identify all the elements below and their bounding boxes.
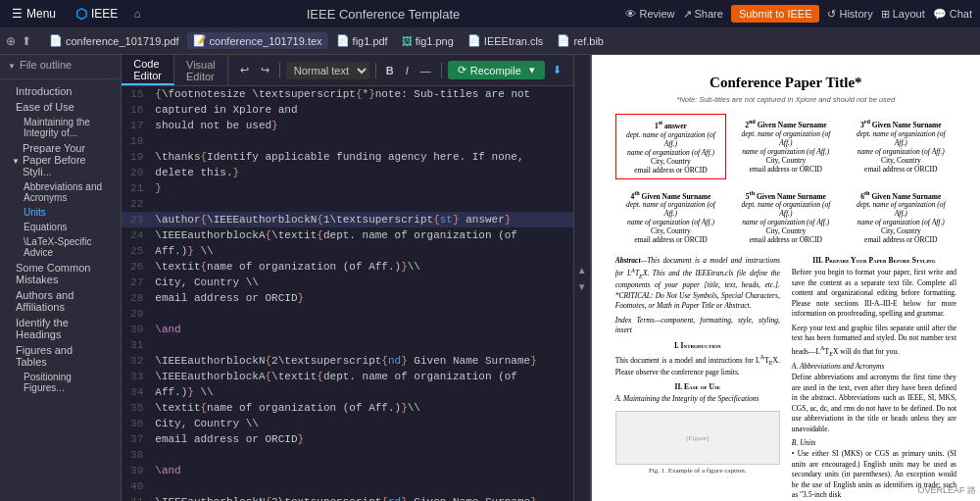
section1-title: I. Introduction [615,341,780,350]
review-button[interactable]: 👁 Review [625,8,674,20]
outline-item-latex[interactable]: \LaTeX-Specific Advice [0,234,121,260]
file-tab-fig1pdf[interactable]: 📄 fig1.pdf [330,32,394,49]
author2-city: City, Country [734,156,837,165]
editor-area: Code Editor Visual Editor ↩ ↪ Normal tex… [122,55,573,501]
submit-button[interactable]: Submit to IEEE [731,5,820,23]
intro-text: This document is a model and instruction… [615,353,780,377]
tab-code-editor[interactable]: Code Editor [122,55,174,85]
prepare-expand-icon [12,154,20,166]
italic-button[interactable]: I [402,63,413,78]
code-line-29: 29 [122,306,573,322]
recompile-button[interactable]: ⟳ Recompile ▾ [448,61,545,79]
file-tab-fig1png[interactable]: 🖼 fig1.png [396,33,460,49]
pdf2-icon: 📄 [336,34,350,47]
history-button[interactable]: ↺ History [827,8,872,21]
code-line-19: 19 \thanks{Identify applicable funding a… [122,149,573,165]
code-line-34: 34 Aff.)} \\ [122,384,573,400]
author4-org: name of organization (of Aff.) [619,218,722,226]
left-column: Abstract—This document is a model and in… [615,256,780,501]
outline-section-prepare[interactable]: Prepare Your Paper Before Styli... [0,140,121,179]
author6-city: City, Country [850,226,953,235]
outline-item-authors[interactable]: Authors and Affiliations [0,287,121,315]
author2-name: 2nd Given Name Surname [734,118,837,129]
outline-item-mistakes[interactable]: Some Common Mistakes [0,260,121,287]
chat-button[interactable]: 💬 Chat [933,8,972,21]
menu-button[interactable]: ☰ Menu [8,7,60,21]
recompile-label: Recompile [470,65,521,76]
file-outline-header[interactable]: File outline [0,55,121,75]
outline-item-integrity[interactable]: Maintaining the Integrity of... [0,115,121,140]
text-style-select[interactable]: Normal text [286,62,369,79]
subsection-2a-title: A. Maintaining the Integrity of the Spec… [615,394,780,403]
author1-contact: email address or ORCID [620,166,721,175]
scroll-down-arrow[interactable]: ▼ [574,278,590,295]
authors-row1: 1st answer dept. name of organization (o… [615,114,956,179]
bib-icon: 📄 [557,34,570,47]
code-line-17: 17 should not be used} [122,118,573,133]
code-line-20: 20 delete this.} [122,165,573,180]
upload-icon[interactable]: ⬆ [22,34,31,48]
author3-dept: dept. name of organization (of Aff.) [850,129,953,147]
preview-content[interactable]: Conference Paper Title* *Note: Sub-title… [592,55,980,501]
share-button[interactable]: ↗ Share [683,8,723,21]
bold-button[interactable]: B [382,63,398,78]
author1-name: 1st answer [620,119,721,130]
more-format-button[interactable]: — [416,63,435,78]
author-cell-4: 4th Given Name Surname dept. name of org… [615,185,726,249]
watermark: OVERLEAF 路 [917,484,976,497]
outline-item-units[interactable]: Units [0,205,121,220]
toolbar-separator-3 [441,63,442,78]
author5-org: name of organization (of Aff.) [734,218,837,226]
hamburger-icon: ☰ [12,7,23,21]
code-line-25: 25 Aff.)} \\ [122,243,573,259]
tex-icon: 📝 [193,34,207,47]
code-line-22: 22 [122,196,573,212]
author2-dept: dept. name of organization (of Aff.) [734,129,837,147]
download-button[interactable]: ⬇ [549,62,565,78]
recompile-icon: ⟳ [458,64,466,76]
home-icon[interactable]: ⌂ [133,7,140,21]
author-cell-3: 3rd Given Name Surname dept. name of org… [846,114,956,179]
outline-item-equations[interactable]: Equations [0,220,121,234]
tab-visual-editor[interactable]: Visual Editor [174,55,228,85]
file-tab-pdf[interactable]: 📄 conference_101719.pdf [43,32,185,49]
code-line-15: 15 {\footnotesize \textsuperscript{*}not… [122,86,573,102]
abbrev-text: Define abbreviations and acronyms the fi… [792,373,956,434]
scroll-up-arrow[interactable]: ▲ [574,262,590,278]
code-line-39: 39 \and [122,463,573,478]
outline-item-positioning[interactable]: Positioning Figures... [0,370,121,395]
redo-button[interactable]: ↪ [257,62,273,78]
recompile-dropdown-icon[interactable]: ▾ [529,64,535,76]
code-line-27: 27 City, Country \\ [122,275,573,290]
code-line-30: 30 \and [122,322,573,337]
outline-list: Introduction Ease of Use Maintaining the… [0,83,121,501]
layout-button[interactable]: ⊞ Layout [881,8,925,21]
brand-logo: ⬡ IEEE [72,6,122,22]
author1-city: City, Country [620,157,721,166]
editor-tabs: Code Editor Visual Editor ↩ ↪ Normal tex… [122,55,573,86]
author-cell-6: 6th Given Name Surname dept. name of org… [846,185,956,249]
file-tab-cls[interactable]: 📄 IEEEtran.cls [462,32,550,49]
code-line-24: 24 \IEEEauthorblockA{\textit{dept. name … [122,227,573,243]
review-icon: 👁 [625,8,636,20]
code-line-31: 31 [122,337,573,353]
code-line-32: 32 \IEEEauthorblockN{2\textsuperscript{n… [122,353,573,369]
outline-item-introduction[interactable]: Introduction [0,83,121,99]
file-tab-bib[interactable]: 📄 ref.bib [551,32,610,49]
brand-name: IEEE [91,7,118,21]
outline-item-figures[interactable]: Figures and Tables [0,342,121,370]
outline-item-abbreviations[interactable]: Abbreviations and Acronyms [0,179,121,205]
index-terms: Index Terms—component, formatting, style… [615,316,780,336]
author5-name: 5th Given Name Surname [734,189,837,201]
file-tab-tex[interactable]: 📝 conference_101719.tex [187,32,328,49]
new-file-icon[interactable]: ⊕ [6,34,16,48]
undo-button[interactable]: ↩ [236,62,253,78]
author6-org: name of organization (of Aff.) [850,218,953,226]
author5-dept: dept. name of organization (of Aff.) [734,200,837,218]
outline-item-ease[interactable]: Ease of Use [0,99,121,115]
figure-container: [Figure] Fig. 1. Example of a figure cap… [615,411,780,475]
code-editor-content[interactable]: 15 {\footnotesize \textsuperscript{*}not… [122,86,573,501]
outline-item-headings[interactable]: Identify the Headings [0,315,121,342]
subsection-3b-title: B. Units [792,438,956,447]
code-line-21: 21 } [122,180,573,196]
